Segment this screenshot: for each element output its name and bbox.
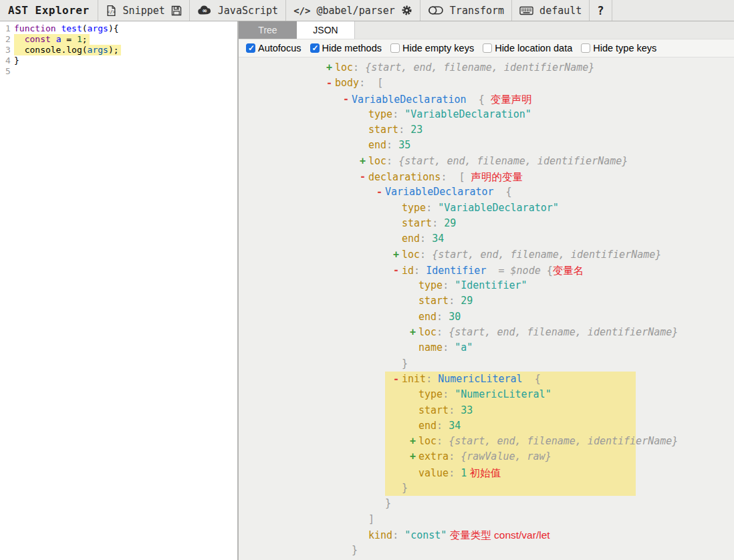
expand-icon[interactable]: + [360, 154, 369, 169]
tree-row[interactable]: start: 29 [239, 293, 734, 309]
option-hide-location-data[interactable]: Hide location data [483, 43, 572, 53]
language-selector[interactable]: ∞ JavaScript [190, 0, 285, 21]
cloud-icon: ∞ [197, 5, 212, 16]
tree-row[interactable]: kind: "const" 变量类型 const/var/let [239, 527, 734, 543]
help-button[interactable]: ? [590, 0, 611, 21]
toggle-off-icon [428, 5, 444, 16]
transform-toggle[interactable]: Transform [420, 0, 511, 21]
option-autofocus[interactable]: Autofocus [246, 43, 301, 53]
tree-row[interactable]: +loc: {start, end, filename, identifierN… [239, 247, 734, 263]
checkbox[interactable] [390, 43, 400, 53]
code-icon: </> [293, 5, 310, 16]
tree-row[interactable]: ] [239, 512, 734, 527]
app-title: AST Explorer [0, 0, 98, 21]
tree-row[interactable]: end: 30 [239, 309, 734, 325]
line-number: 2 [0, 34, 14, 45]
tree-row[interactable]: -VariableDeclaration { 变量声明 [239, 92, 734, 107]
keyboard-icon [519, 5, 533, 16]
tree-row[interactable]: end: 34 [239, 418, 734, 434]
editor-line[interactable]: 4} [0, 55, 237, 66]
tree-row[interactable]: -VariableDeclarator { [239, 184, 734, 200]
editor-line[interactable]: 2 const a = 1; [0, 34, 237, 45]
tree-row[interactable]: +loc: {start, end, filename, identifierN… [239, 154, 734, 169]
checkbox[interactable] [483, 43, 492, 53]
code-editor[interactable]: 1function test(args){2 const a = 1;3 con… [0, 21, 239, 560]
expand-icon[interactable]: + [410, 325, 419, 340]
option-label: Hide empty keys [402, 43, 474, 53]
parser-label: @babel/parser [316, 5, 394, 17]
option-label: Hide location data [495, 43, 572, 53]
ast-tree: +loc: {start, end, filename, identifierN… [239, 57, 734, 560]
svg-text:</>: </> [107, 9, 115, 14]
save-icon[interactable] [171, 5, 182, 16]
expand-icon[interactable]: + [393, 247, 402, 263]
ast-panel: TreeJSON AutofocusHide methodsHide empty… [239, 21, 734, 560]
tab-json[interactable]: JSON [297, 21, 355, 39]
tab-bar: TreeJSON [239, 21, 734, 39]
tab-tree[interactable]: Tree [239, 21, 297, 39]
tree-row[interactable]: } [239, 356, 734, 372]
keybinding-selector[interactable]: default [512, 0, 589, 21]
collapse-icon[interactable]: - [393, 372, 402, 387]
gear-icon[interactable] [401, 5, 412, 16]
checkbox[interactable] [246, 43, 255, 53]
collapse-icon[interactable]: - [360, 169, 369, 184]
tree-row[interactable]: start: 23 [239, 122, 734, 138]
tree-row[interactable]: -declarations: [ 声明的变量 [239, 169, 734, 184]
snippet-label: Snippet [123, 5, 165, 17]
tree-row[interactable]: +loc: {start, end, filename, identifierN… [239, 325, 734, 340]
tree-row[interactable]: type: "VariableDeclarator" [239, 200, 734, 216]
option-hide-type-keys[interactable]: Hide type keys [581, 43, 656, 53]
tree-row[interactable]: +loc: {start, end, filename, identifierN… [239, 60, 734, 76]
tree-row[interactable]: -id: Identifier = $node {变量名 [239, 263, 734, 278]
tree-row[interactable]: start: 29 [239, 216, 734, 231]
transform-label: Transform [450, 5, 504, 17]
tree-row[interactable]: -body: [ [239, 76, 734, 91]
parser-selector[interactable]: </> @babel/parser [286, 0, 420, 21]
tree-row[interactable]: } [239, 543, 734, 558]
file-code-icon: </> [106, 5, 117, 17]
tree-row[interactable]: type: "VariableDeclaration" [239, 107, 734, 122]
option-hide-methods[interactable]: Hide methods [310, 43, 382, 53]
collapse-icon[interactable]: - [326, 76, 336, 91]
editor-line[interactable]: 1function test(args){ [0, 23, 237, 34]
checkbox[interactable] [581, 43, 590, 53]
expand-icon[interactable]: + [410, 449, 419, 464]
tree-row[interactable]: type: "NumericLiteral" [239, 387, 734, 402]
code-text: } [14, 55, 19, 66]
tree-options: AutofocusHide methodsHide empty keysHide… [239, 39, 734, 57]
option-hide-empty-keys[interactable]: Hide empty keys [390, 43, 474, 53]
option-label: Hide type keys [593, 43, 656, 53]
option-label: Hide methods [322, 43, 382, 53]
tree-row[interactable]: end: 34 [239, 231, 734, 247]
tree-row[interactable]: start: 33 [239, 403, 734, 418]
tree-row[interactable]: name: "a" [239, 340, 734, 356]
snippet-button[interactable]: </> Snippet [98, 0, 189, 21]
tree-row[interactable]: } [239, 496, 734, 511]
tree-row[interactable]: +extra: {rawValue, raw} [239, 449, 734, 464]
toolbar: AST Explorer </> Snippet ∞ JavaScript </… [0, 0, 734, 21]
code-text: const a = 1; [14, 34, 90, 45]
question-mark-icon: ? [597, 4, 604, 17]
tree-row[interactable]: -init: NumericLiteral { [239, 372, 734, 387]
editor-line[interactable]: 5 [0, 66, 237, 77]
expand-icon[interactable]: + [410, 434, 419, 449]
tree-row[interactable]: type: "Identifier" [239, 278, 734, 293]
tree-row[interactable]: value: 1 初始值 [239, 465, 734, 480]
collapse-icon[interactable]: - [376, 184, 386, 200]
expand-icon[interactable]: + [326, 60, 336, 76]
tree-row[interactable]: +loc: {start, end, filename, identifierN… [239, 434, 734, 449]
collapse-icon[interactable]: - [343, 92, 352, 107]
option-label: Autofocus [258, 43, 301, 53]
tree-row[interactable]: } [239, 480, 734, 496]
language-label: JavaScript [218, 5, 278, 17]
editor-line[interactable]: 3 console.log(args); [0, 45, 237, 55]
checkbox[interactable] [310, 43, 320, 53]
line-number: 4 [0, 55, 14, 66]
tree-row[interactable]: end: 35 [239, 138, 734, 153]
svg-text:∞: ∞ [202, 7, 207, 14]
collapse-icon[interactable]: - [393, 263, 402, 278]
keybinding-label: default [539, 5, 582, 17]
line-number: 5 [0, 66, 14, 77]
main-split: 1function test(args){2 const a = 1;3 con… [0, 21, 734, 560]
